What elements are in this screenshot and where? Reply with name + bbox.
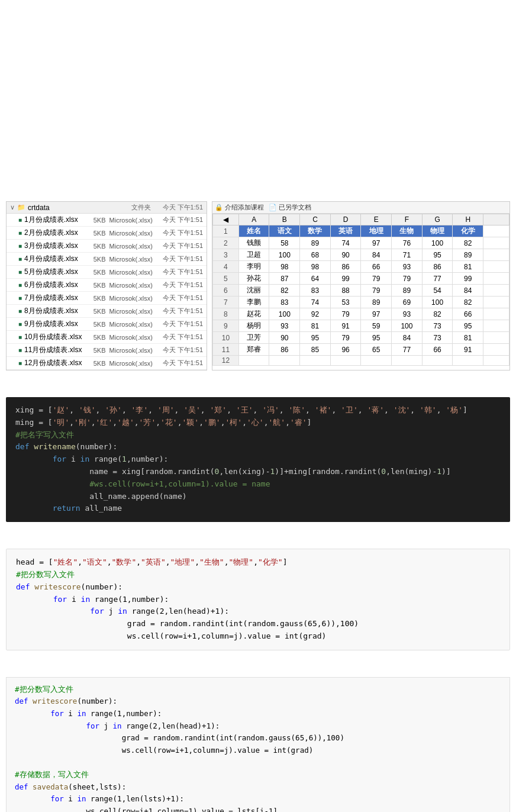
cell-1f[interactable]: 生物 [392, 225, 423, 237]
cell-1h[interactable]: 化学 [453, 225, 483, 237]
file-size: 5KB [85, 334, 106, 341]
table-row: 8 赵花 100 92 79 97 93 82 66 [213, 308, 509, 320]
spreadsheet-table: ◀ A B C D E F G H 1 [212, 214, 509, 366]
table-row: 12 [213, 356, 509, 366]
file-name: 9月份成绩表.xlsx [24, 319, 85, 329]
file-icon: ■ [18, 230, 22, 236]
cell-1b[interactable]: 语文 [269, 225, 300, 237]
file-type: Microsok(.xlsx) [109, 269, 163, 276]
file-date: 今天 下午1:51 [163, 268, 203, 276]
col-more [483, 214, 509, 225]
file-size: 5KB [85, 360, 106, 367]
code-block-3: #把分数写入文件 def writescore(number): for i i… [6, 677, 510, 812]
file-type: Microsok(.xlsx) [109, 295, 163, 302]
file-section: ∨ 📁 crtdata 文件夹 今天 下午1:51 ■ 1月份成绩表.xlsx … [0, 201, 516, 370]
file-type: Microsok(.xlsx) [109, 282, 163, 289]
file-name: 12月份成绩表.xlsx [24, 358, 85, 368]
file-size: 5KB [85, 347, 106, 354]
file-size: 5KB [85, 256, 106, 263]
table-row: 2 钱颤 58 89 74 97 76 100 82 [213, 237, 509, 249]
file-row[interactable]: ■ 6月份成绩表.xlsx 5KB Microsok(.xlsx) 今天 下午1… [7, 279, 207, 292]
code-block-3-content: #把分数写入文件 def writescore(number): for i i… [15, 684, 501, 812]
file-name: 8月份成绩表.xlsx [24, 306, 85, 316]
file-size: 5KB [85, 217, 106, 224]
col-d: D [330, 214, 361, 225]
file-name: 3月份成绩表.xlsx [24, 241, 85, 251]
file-row[interactable]: ■ 5月份成绩表.xlsx 5KB Microsok(.xlsx) 今天 下午1… [7, 266, 207, 279]
file-type: Microsok(.xlsx) [109, 334, 163, 341]
file-icon: ■ [18, 295, 22, 301]
code-block-2: head = ["姓名","语文","数学","英语","地理","生物","物… [6, 549, 510, 650]
file-name: 10月份成绩表.xlsx [24, 332, 85, 342]
file-type: Microsok(.xlsx) [109, 230, 163, 237]
file-icon: ■ [18, 321, 22, 327]
folder-meta: 文件夹 [131, 203, 151, 212]
file-date: 今天 下午1:51 [163, 333, 203, 341]
file-row[interactable]: ■ 8月份成绩表.xlsx 5KB Microsok(.xlsx) 今天 下午1… [7, 305, 207, 318]
file-row[interactable]: ■ 2月份成绩表.xlsx 5KB Microsok(.xlsx) 今天 下午1… [7, 227, 207, 240]
col-e: E [361, 214, 392, 225]
file-date: 今天 下午1:51 [163, 241, 203, 250]
cell-1d[interactable]: 英语 [330, 225, 361, 237]
file-size: 5KB [85, 321, 106, 328]
code-block-1: xing = ['赵', '钱', '孙', '李', '周', '吴', '郑… [6, 397, 510, 522]
file-date: 今天 下午1:51 [163, 228, 203, 237]
table-row: 4 李明 98 98 86 66 93 86 81 [213, 261, 509, 273]
folder-icon: 📁 [17, 204, 25, 211]
folder-row[interactable]: ∨ 📁 crtdata 文件夹 今天 下午1:51 [7, 202, 207, 214]
file-row[interactable]: ■ 1月份成绩表.xlsx 5KB Microsok(.xlsx) 今天 下午1… [7, 214, 207, 227]
file-size: 5KB [85, 269, 106, 276]
spacer-2 [0, 531, 516, 540]
file-icon: ■ [18, 282, 22, 288]
cell-1e[interactable]: 地理 [361, 225, 392, 237]
file-explorer: ∨ 📁 crtdata 文件夹 今天 下午1:51 ■ 1月份成绩表.xlsx … [6, 201, 207, 370]
spacer-1 [0, 376, 516, 388]
code-block-2-content: head = ["姓名","语文","数学","英语","地理","生物","物… [16, 556, 500, 643]
file-row[interactable]: ■ 10月份成绩表.xlsx 5KB Microsok(.xlsx) 今天 下午… [7, 331, 207, 344]
file-row[interactable]: ■ 12月份成绩表.xlsx 5KB Microsok(.xlsx) 今天 下午… [7, 357, 207, 370]
file-icon: ■ [18, 217, 22, 223]
table-row: 10 卫芳 90 95 79 95 84 73 81 [213, 332, 509, 344]
file-size: 5KB [85, 282, 106, 289]
file-icon: ■ [18, 269, 22, 275]
spreadsheet-header-row: ◀ A B C D E F G H [213, 214, 509, 225]
code-block-1-content: xing = ['赵', '钱', '孙', '李', '周', '吴', '郑… [15, 404, 501, 515]
table-row: 5 孙花 87 64 99 79 79 77 99 [213, 273, 509, 285]
toolbar-item-1: 🔒 介绍添加课程 [215, 203, 264, 212]
col-g: G [422, 214, 453, 225]
file-type: Microsok(.xlsx) [109, 243, 163, 250]
file-icon: ■ [18, 308, 22, 314]
file-row[interactable]: ■ 11月份成绩表.xlsx 5KB Microsok(.xlsx) 今天 下午… [7, 344, 207, 357]
folder-date: 今天 下午1:51 [163, 203, 203, 212]
cell-1a[interactable]: 姓名 [238, 225, 269, 237]
file-date: 今天 下午1:51 [163, 215, 203, 224]
col-f: F [392, 214, 423, 225]
table-row: 9 杨明 93 81 91 59 100 73 95 [213, 320, 509, 332]
cell-1g[interactable]: 物理 [422, 225, 453, 237]
file-date: 今天 下午1:51 [163, 346, 203, 355]
file-icon: ■ [18, 360, 22, 366]
file-icon: ■ [18, 243, 22, 249]
top-area [0, 0, 516, 201]
file-type: Microsok(.xlsx) [109, 347, 163, 354]
file-row[interactable]: ■ 4月份成绩表.xlsx 5KB Microsok(.xlsx) 今天 下午1… [7, 253, 207, 266]
file-name: 5月份成绩表.xlsx [24, 267, 85, 277]
table-row: 6 沈丽 82 83 88 79 89 54 84 [213, 285, 509, 297]
toolbar-item-2: 📄 已另学文档 [269, 203, 311, 212]
file-type: Microsok(.xlsx) [109, 321, 163, 328]
file-date: 今天 下午1:51 [163, 307, 203, 315]
file-type: Microsok(.xlsx) [109, 308, 163, 315]
cell-1c[interactable]: 数学 [300, 225, 331, 237]
file-date: 今天 下午1:51 [163, 254, 203, 263]
file-icon: ■ [18, 347, 22, 353]
spacer-3 [0, 659, 516, 668]
file-type: Microsok(.xlsx) [109, 360, 163, 367]
spreadsheet-container: 🔒 介绍添加课程 📄 已另学文档 ◀ A B C D E F G H [212, 201, 510, 370]
table-row: 7 李鹏 83 74 53 89 69 100 82 [213, 297, 509, 308]
file-row[interactable]: ■ 9月份成绩表.xlsx 5KB Microsok(.xlsx) 今天 下午1… [7, 318, 207, 331]
file-name: 6月份成绩表.xlsx [24, 280, 85, 290]
file-row[interactable]: ■ 3月份成绩表.xlsx 5KB Microsok(.xlsx) 今天 下午1… [7, 240, 207, 253]
file-row[interactable]: ■ 7月份成绩表.xlsx 5KB Microsok(.xlsx) 今天 下午1… [7, 292, 207, 305]
file-name: 11月份成绩表.xlsx [24, 345, 85, 355]
file-type: Microsok(.xlsx) [109, 256, 163, 263]
